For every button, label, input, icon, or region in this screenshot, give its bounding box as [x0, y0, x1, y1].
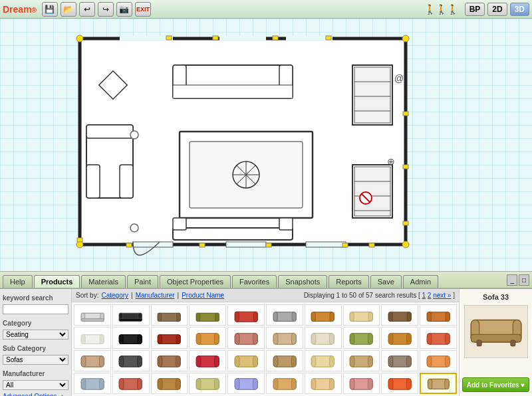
product-preview [464, 305, 528, 358]
product-thumb-4[interactable] [189, 304, 226, 326]
product-thumb-33[interactable] [151, 373, 188, 394]
svg-rect-120 [445, 334, 450, 344]
product-thumb-31[interactable] [74, 373, 111, 394]
product-thumb-34[interactable] [189, 373, 226, 394]
product-thumb-20[interactable] [420, 327, 457, 348]
product-thumb-9[interactable] [381, 304, 418, 326]
canvas-area[interactable]: @ ⊕ [0, 19, 532, 271]
product-thumb-26[interactable] [266, 350, 303, 371]
product-thumb-35[interactable] [227, 373, 265, 394]
product-thumb-1[interactable] [74, 304, 111, 326]
tab-products[interactable]: Products [34, 275, 80, 288]
page2-link[interactable]: 2 [428, 292, 432, 299]
tab-materials[interactable]: Materials [81, 275, 126, 288]
save-button[interactable]: 💾 [42, 2, 58, 17]
svg-point-43 [130, 224, 138, 232]
2d-view-button[interactable]: 2D [487, 3, 507, 16]
svg-rect-167 [273, 379, 278, 389]
svg-rect-16 [86, 125, 133, 138]
product-thumb-32[interactable] [112, 373, 150, 394]
product-thumb-38[interactable] [343, 373, 380, 394]
product-thumb-30[interactable] [420, 350, 457, 371]
sort-category-link[interactable]: Category [101, 292, 128, 299]
bp-view-button[interactable]: BP [465, 3, 485, 16]
svg-rect-92 [81, 335, 85, 344]
tab-admin[interactable]: Admin [403, 275, 438, 288]
advanced-options-link[interactable]: Advanced Options ▲ [3, 393, 68, 396]
product-thumb-19[interactable] [381, 327, 418, 348]
svg-rect-98 [158, 335, 162, 344]
tab-snapshots[interactable]: Snapshots [278, 275, 327, 288]
add-to-favorites-button[interactable]: Add to Favorites ♥ [462, 377, 529, 392]
product-thumb-11[interactable] [74, 327, 111, 348]
svg-rect-54 [126, 243, 132, 247]
product-thumb-40-selected[interactable] [420, 373, 457, 394]
product-thumb-13[interactable] [151, 327, 188, 348]
product-thumb-29[interactable] [381, 350, 418, 371]
product-thumb-8[interactable] [343, 304, 380, 326]
svg-rect-168 [291, 379, 296, 389]
svg-rect-180 [445, 379, 449, 389]
3d-view-button[interactable]: 3D [510, 3, 529, 16]
selected-product-name: Sofa 33 [483, 293, 509, 301]
product-thumb-21[interactable] [74, 350, 111, 371]
top-toolbar: Dream® 💾 📂 ↩ ↪ 📷 EXIT 🚶🚶🚶 BP 2D 3D [0, 0, 532, 19]
product-thumb-6[interactable] [266, 304, 303, 326]
next-link[interactable]: next » [433, 292, 451, 299]
product-thumb-36[interactable] [266, 373, 303, 394]
product-thumb-23[interactable] [151, 350, 188, 371]
open-button[interactable]: 📂 [61, 2, 76, 17]
svg-rect-1 [120, 36, 173, 41]
undo-button[interactable]: ↩ [79, 2, 95, 17]
product-thumb-12[interactable] [112, 327, 150, 348]
svg-rect-50 [403, 112, 408, 116]
maximize-button[interactable]: □ [519, 274, 529, 286]
product-thumb-10[interactable] [420, 304, 457, 326]
category-select[interactable]: Seating [3, 330, 68, 340]
product-thumb-16[interactable] [266, 327, 303, 348]
tab-save[interactable]: Save [370, 275, 402, 288]
svg-rect-35 [354, 167, 390, 216]
svg-rect-125 [120, 356, 124, 367]
svg-rect-78 [292, 312, 296, 321]
product-thumb-28[interactable] [343, 350, 380, 371]
product-thumb-18[interactable] [343, 327, 380, 348]
sort-productname-link[interactable]: Product Name [182, 292, 224, 299]
product-thumb-15[interactable] [227, 327, 265, 348]
svg-rect-28 [279, 218, 293, 230]
product-thumb-27[interactable] [305, 350, 342, 371]
keyword-input[interactable] [3, 304, 68, 314]
product-thumb-25[interactable] [227, 350, 265, 371]
tab-object-properties[interactable]: Object Properties [160, 275, 231, 288]
product-thumb-24[interactable] [189, 350, 226, 371]
svg-rect-90 [446, 312, 450, 321]
minimize-button[interactable]: _ [507, 274, 517, 286]
redo-button[interactable]: ↪ [98, 2, 114, 17]
page1-link[interactable]: 1 [422, 292, 426, 299]
sort-sep2: | [178, 292, 180, 299]
product-thumb-3[interactable] [151, 304, 188, 326]
svg-rect-131 [196, 356, 201, 367]
tab-paint[interactable]: Paint [127, 275, 158, 288]
tab-help[interactable]: Help [3, 275, 33, 288]
tab-favorites[interactable]: Favorites [232, 275, 277, 288]
product-thumb-39[interactable] [381, 373, 418, 394]
exit-button[interactable]: EXIT [135, 2, 151, 17]
svg-rect-107 [273, 334, 278, 344]
svg-rect-101 [196, 334, 201, 344]
product-thumb-2[interactable] [112, 304, 150, 326]
sort-manufacturer-link[interactable]: Manufacturer [136, 292, 175, 299]
product-thumb-14[interactable] [189, 327, 226, 348]
manufacturer-label: Manufacturer [3, 370, 68, 377]
product-thumb-37[interactable] [305, 373, 342, 394]
manufacturer-select[interactable]: All [3, 380, 68, 390]
snapshot-button[interactable]: 📷 [116, 2, 132, 17]
product-thumb-5[interactable] [227, 304, 265, 326]
product-thumb-22[interactable] [112, 350, 150, 371]
subcategory-select[interactable]: Sofas [3, 355, 68, 365]
product-thumb-17[interactable] [305, 327, 342, 348]
product-thumb-7[interactable] [305, 304, 342, 326]
svg-rect-83 [350, 312, 354, 321]
keyword-label: keyword search [3, 294, 68, 302]
tab-reports[interactable]: Reports [329, 275, 369, 288]
